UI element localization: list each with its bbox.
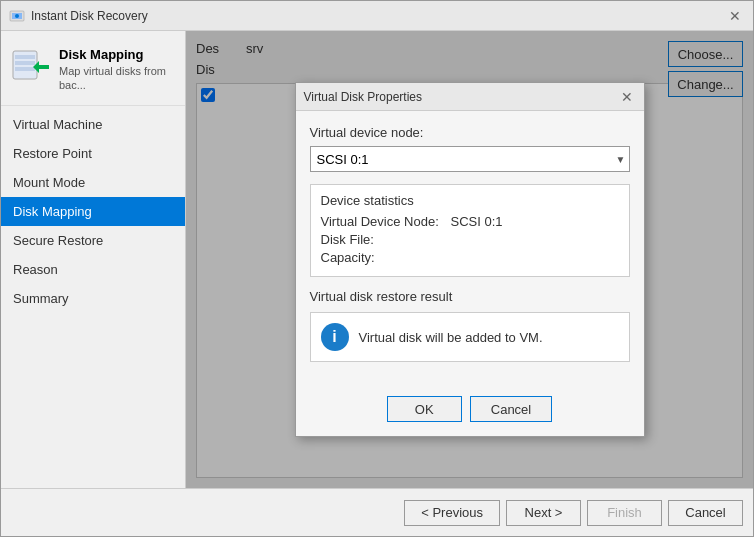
sidebar-item-reason[interactable]: Reason bbox=[1, 255, 185, 284]
next-button[interactable]: Next > bbox=[506, 500, 581, 526]
device-stats-box: Device statistics Virtual Device Node: S… bbox=[310, 184, 630, 277]
select-row: SCSI 0:1 SCSI 0:2 SCSI 0:3 ▼ bbox=[310, 146, 630, 172]
stat-val-node: SCSI 0:1 bbox=[451, 214, 503, 229]
sidebar-item-secure-restore[interactable]: Secure Restore bbox=[1, 226, 185, 255]
modal-title: Virtual Disk Properties bbox=[304, 90, 423, 104]
header-text: Disk Mapping Map virtual disks from bac.… bbox=[59, 47, 175, 93]
previous-button[interactable]: < Previous bbox=[404, 500, 500, 526]
stat-key-file: Disk File: bbox=[321, 232, 451, 247]
modal-close-button[interactable]: ✕ bbox=[618, 88, 636, 106]
stat-row-node: Virtual Device Node: SCSI 0:1 bbox=[321, 214, 619, 229]
restore-result-text: Virtual disk will be added to VM. bbox=[359, 330, 543, 345]
sidebar-item-disk-mapping[interactable]: Disk Mapping bbox=[1, 197, 185, 226]
header-title: Disk Mapping bbox=[59, 47, 175, 62]
sidebar-header: Disk Mapping Map virtual disks from bac.… bbox=[1, 39, 185, 106]
header-subtitle: Map virtual disks from bac... bbox=[59, 64, 175, 93]
stat-row-capacity: Capacity: bbox=[321, 250, 619, 265]
sidebar-item-summary[interactable]: Summary bbox=[1, 284, 185, 313]
sidebar-item-virtual-machine[interactable]: Virtual Machine bbox=[1, 110, 185, 139]
main-window: Instant Disk Recovery ✕ Disk Mapping Map… bbox=[0, 0, 754, 537]
svg-rect-4 bbox=[15, 55, 35, 59]
device-node-select[interactable]: SCSI 0:1 SCSI 0:2 SCSI 0:3 bbox=[310, 146, 630, 172]
modal-title-bar: Virtual Disk Properties ✕ bbox=[296, 83, 644, 111]
stat-key-node: Virtual Device Node: bbox=[321, 214, 451, 229]
info-icon: i bbox=[321, 323, 349, 351]
sidebar: Disk Mapping Map virtual disks from bac.… bbox=[1, 31, 186, 488]
stat-row-file: Disk File: bbox=[321, 232, 619, 247]
sidebar-item-restore-point[interactable]: Restore Point bbox=[1, 139, 185, 168]
select-wrapper: SCSI 0:1 SCSI 0:2 SCSI 0:3 ▼ bbox=[310, 146, 630, 172]
cancel-button[interactable]: Cancel bbox=[668, 500, 743, 526]
modal-footer: OK Cancel bbox=[296, 396, 644, 436]
virtual-disk-properties-dialog: Virtual Disk Properties ✕ Virtual device… bbox=[295, 82, 645, 437]
window-close-button[interactable]: ✕ bbox=[725, 6, 745, 26]
restore-result-label: Virtual disk restore result bbox=[310, 289, 630, 304]
restore-result-box: i Virtual disk will be added to VM. bbox=[310, 312, 630, 362]
svg-rect-5 bbox=[15, 61, 35, 65]
modal-cancel-button[interactable]: Cancel bbox=[470, 396, 552, 422]
title-bar: Instant Disk Recovery ✕ bbox=[1, 1, 753, 31]
content-area: Disk Mapping Map virtual disks from bac.… bbox=[1, 31, 753, 488]
main-content: Des srv Dis Choose... Change... bbox=[186, 31, 753, 488]
stat-key-capacity: Capacity: bbox=[321, 250, 451, 265]
modal-ok-button[interactable]: OK bbox=[387, 396, 462, 422]
title-bar-left: Instant Disk Recovery bbox=[9, 8, 148, 24]
app-icon bbox=[9, 8, 25, 24]
window-title: Instant Disk Recovery bbox=[31, 9, 148, 23]
bottom-bar: < Previous Next > Finish Cancel bbox=[1, 488, 753, 536]
sidebar-item-mount-mode[interactable]: Mount Mode bbox=[1, 168, 185, 197]
disk-mapping-icon bbox=[11, 47, 51, 87]
svg-rect-6 bbox=[15, 67, 35, 71]
finish-button[interactable]: Finish bbox=[587, 500, 662, 526]
device-stats-title: Device statistics bbox=[321, 193, 619, 208]
select-label: Virtual device node: bbox=[310, 125, 630, 140]
svg-point-2 bbox=[15, 14, 19, 18]
modal-body: Virtual device node: SCSI 0:1 SCSI 0:2 S… bbox=[296, 111, 644, 396]
modal-overlay: Virtual Disk Properties ✕ Virtual device… bbox=[186, 31, 753, 488]
